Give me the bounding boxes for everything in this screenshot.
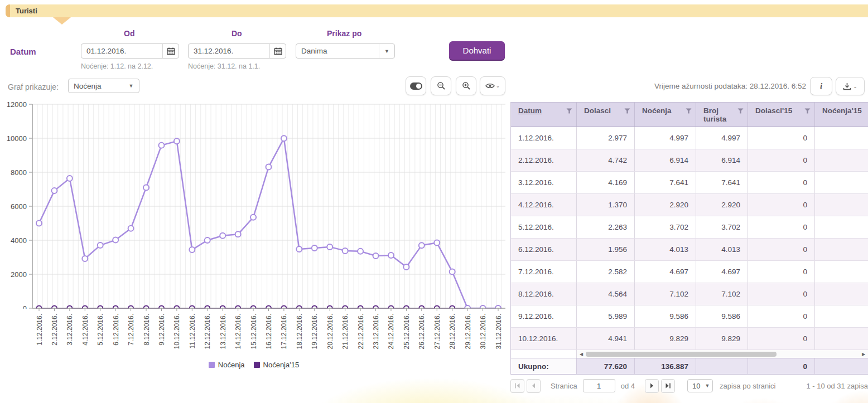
calendar-icon[interactable] bbox=[162, 44, 179, 58]
svg-text:28.12.2016.: 28.12.2016. bbox=[449, 314, 456, 349]
cell-value bbox=[815, 172, 868, 193]
calendar-icon[interactable] bbox=[269, 44, 286, 58]
chart-toggle-button[interactable] bbox=[406, 76, 426, 95]
info-icon: i bbox=[820, 81, 822, 91]
date-from-note: Noćenje: 1.12. na 2.12. bbox=[81, 62, 153, 70]
table-row[interactable]: 3.12.2016.4.1697.6417.6410 bbox=[511, 172, 868, 194]
filter-funnel-icon[interactable] bbox=[566, 108, 572, 114]
table-row[interactable]: 7.12.2016.2.5824.6974.6970 bbox=[511, 261, 868, 283]
zoom-out-button[interactable] bbox=[431, 76, 451, 95]
scrollbar-track[interactable]: ◀ ▶ bbox=[577, 350, 868, 358]
tab-turisti[interactable]: Turisti bbox=[6, 4, 868, 17]
toggle-icon bbox=[410, 82, 422, 90]
cell-value: 6.914 bbox=[635, 149, 696, 171]
cell-value bbox=[815, 194, 868, 216]
filter-funnel-icon[interactable] bbox=[804, 108, 811, 114]
cell-value: 0 bbox=[748, 305, 815, 327]
page-number-input[interactable] bbox=[583, 379, 615, 392]
column-header-2[interactable]: Noćenja bbox=[635, 103, 696, 127]
cell-value bbox=[815, 328, 868, 349]
cell-value: 0 bbox=[748, 172, 815, 193]
svg-text:2.12.2016.: 2.12.2016. bbox=[51, 314, 59, 346]
od-label: Od bbox=[124, 29, 134, 38]
legend-item[interactable]: Noćenja bbox=[209, 361, 245, 369]
svg-text:13.12.2016.: 13.12.2016. bbox=[219, 314, 227, 349]
date-to-field[interactable]: 31.12.2016. bbox=[188, 43, 286, 59]
date-from-field[interactable]: 01.12.2016. bbox=[81, 43, 179, 59]
prikaz-po-select[interactable]: Danima ▼ bbox=[296, 43, 395, 59]
prev-page-button[interactable] bbox=[527, 379, 541, 393]
first-page-button[interactable] bbox=[510, 379, 524, 393]
svg-text:10.12.2016.: 10.12.2016. bbox=[173, 314, 181, 349]
cell-value: 7.641 bbox=[635, 172, 696, 193]
dohvati-button[interactable]: Dohvati bbox=[449, 41, 505, 60]
scroll-left-icon[interactable]: ◀ bbox=[578, 350, 585, 358]
column-header-4[interactable]: Dolasci'15 bbox=[748, 103, 815, 127]
export-menu-button[interactable]: ⌄ bbox=[836, 77, 865, 95]
table-row[interactable]: 5.12.2016.2.2633.7023.7020 bbox=[511, 216, 868, 239]
cell-date: 5.12.2016. bbox=[511, 216, 577, 238]
svg-text:22.12.2016.: 22.12.2016. bbox=[357, 314, 365, 349]
totals-value bbox=[815, 358, 868, 374]
cell-value bbox=[815, 305, 868, 327]
cell-value: 6.914 bbox=[696, 149, 748, 171]
legend-swatch-icon bbox=[209, 362, 215, 368]
svg-text:24.12.2016.: 24.12.2016. bbox=[387, 314, 395, 349]
table-row[interactable]: 1.12.2016.2.9774.9974.9970 bbox=[511, 127, 868, 149]
cell-date: 10.12.2016. bbox=[511, 328, 577, 349]
legend-item[interactable]: Noćenja'15 bbox=[254, 361, 300, 369]
cell-value: 7.102 bbox=[635, 283, 696, 305]
date-to-note: Noćenje: 31.12. na 1.1. bbox=[188, 62, 260, 70]
filter-funnel-icon[interactable] bbox=[624, 108, 630, 114]
last-page-button[interactable] bbox=[661, 379, 675, 393]
svg-text:3.12.2016.: 3.12.2016. bbox=[66, 314, 74, 346]
cell-value: 4.997 bbox=[696, 127, 748, 149]
visibility-menu-button[interactable]: ⌄ bbox=[480, 76, 505, 95]
column-header-3[interactable]: Broj turista bbox=[696, 103, 748, 127]
svg-text:8.12.2016.: 8.12.2016. bbox=[143, 314, 151, 346]
table-row[interactable]: 2.12.2016.4.7426.9146.9140 bbox=[511, 149, 868, 172]
svg-text:26.12.2016.: 26.12.2016. bbox=[418, 314, 426, 349]
page-size-select[interactable]: 10 ▼ bbox=[687, 379, 713, 392]
column-header-label: Broj turista bbox=[703, 106, 737, 123]
table-row[interactable]: 9.12.2016.5.9899.5869.5860 bbox=[511, 305, 868, 328]
svg-text:14.12.2016.: 14.12.2016. bbox=[234, 314, 242, 349]
column-header-1[interactable]: Dolasci bbox=[577, 103, 635, 127]
cell-value: 2.920 bbox=[696, 194, 748, 216]
table-row[interactable]: 4.12.2016.1.3702.9202.9200 bbox=[511, 194, 868, 216]
cell-date: 7.12.2016. bbox=[511, 261, 577, 283]
column-header-5[interactable]: Noćenja'15 bbox=[815, 103, 868, 127]
column-header-label: Dolasci'15 bbox=[755, 106, 804, 115]
cell-value: 0 bbox=[748, 239, 815, 260]
cell-value bbox=[815, 283, 868, 305]
filter-funnel-icon[interactable] bbox=[737, 108, 744, 114]
table-row[interactable]: 10.12.2016.4.9419.8299.8290 bbox=[511, 328, 868, 350]
cell-value: 9.586 bbox=[635, 305, 696, 327]
filter-funnel-icon[interactable] bbox=[686, 108, 692, 114]
cell-date: 1.12.2016. bbox=[511, 127, 577, 149]
column-header-0[interactable]: Datum bbox=[511, 103, 577, 127]
column-header-label[interactable]: Datum bbox=[518, 106, 566, 115]
graf-series-select[interactable]: Noćenja ▼ bbox=[68, 79, 139, 93]
info-button[interactable]: i bbox=[810, 77, 832, 95]
scroll-right-icon[interactable]: ▶ bbox=[860, 350, 867, 358]
table-row[interactable]: 6.12.2016.1.9564.0134.0130 bbox=[511, 239, 868, 261]
cell-value: 9.829 bbox=[696, 328, 748, 349]
svg-text:10000: 10000 bbox=[7, 134, 27, 143]
page-size-label: zapisa po stranici bbox=[720, 382, 775, 390]
chevron-down-icon: ▼ bbox=[702, 380, 712, 392]
cell-date: 9.12.2016. bbox=[511, 305, 577, 327]
legend-swatch-icon bbox=[254, 362, 260, 368]
cell-value: 2.263 bbox=[577, 216, 635, 238]
zoom-in-button[interactable] bbox=[456, 76, 476, 95]
grid-hscrollbar: ◀ ▶ bbox=[511, 350, 868, 358]
totals-value bbox=[696, 358, 748, 374]
next-page-button[interactable] bbox=[645, 379, 659, 393]
scrollbar-thumb[interactable] bbox=[586, 352, 777, 357]
totals-label: Ukupno: bbox=[511, 358, 577, 374]
table-row[interactable]: 8.12.2016.4.5647.1027.1020 bbox=[511, 283, 868, 305]
cell-date: 2.12.2016. bbox=[511, 149, 577, 171]
legend-label: Noćenja bbox=[218, 361, 245, 369]
svg-text:23.12.2016.: 23.12.2016. bbox=[372, 314, 380, 349]
cell-value: 0 bbox=[748, 261, 815, 283]
